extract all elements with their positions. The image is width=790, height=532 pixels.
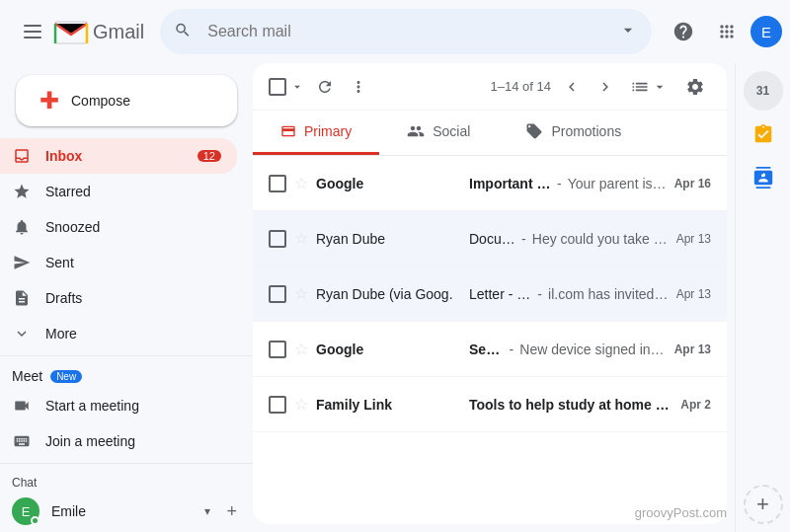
select-checkbox-wrap[interactable]: [269, 78, 306, 96]
row-checkbox[interactable]: [269, 285, 286, 303]
row-checkbox[interactable]: [269, 396, 286, 414]
row-star[interactable]: ☆: [294, 229, 308, 248]
promotions-tab-icon: [525, 122, 543, 140]
row-checkbox[interactable]: [269, 175, 286, 192]
svg-rect-2: [24, 37, 41, 38]
sidebar: ✚ Compose Inbox 12 Starred Snoozed: [0, 63, 253, 532]
more-chevron-icon: [12, 325, 32, 342]
table-row[interactable]: ☆ Ryan Dube (via Goog. Letter - Invitati…: [253, 266, 727, 322]
email-sender: Family Link: [316, 397, 469, 413]
email-subject: Important reminder about your Google Acc…: [469, 176, 551, 191]
email-list: ☆ Google Important reminder about your G…: [253, 156, 727, 524]
right-panel: 31 +: [735, 63, 790, 532]
inbox-icon: [12, 147, 32, 165]
primary-tab-icon: [280, 123, 296, 139]
join-meeting-label: Join a meeting: [45, 433, 135, 449]
compose-label: Compose: [71, 93, 130, 109]
tab-primary-label: Primary: [304, 123, 352, 139]
table-row[interactable]: ☆ Google Security alert - New device sig…: [253, 322, 727, 377]
email-content: Letter - Invitation to edit - il.com has…: [469, 286, 669, 302]
avatar[interactable]: E: [750, 16, 782, 47]
inbox-badge: 12: [198, 150, 221, 162]
sidebar-divider-2: [0, 463, 253, 464]
email-content: Tools to help study at home on Chromeboo…: [469, 397, 672, 413]
chat-user-dropdown-icon: ▾: [204, 504, 210, 518]
pager: 1–14 of 14: [491, 74, 618, 100]
meet-label: Meet: [12, 368, 42, 384]
email-date: Apr 2: [680, 398, 711, 412]
chat-user-item[interactable]: E Emile ▾ +: [0, 494, 253, 529]
table-row[interactable]: ☆ Google Important reminder about your G…: [253, 156, 727, 211]
tabs-bar: Primary Social Promotions: [253, 111, 727, 156]
chat-avatar: E: [12, 497, 40, 525]
refresh-button[interactable]: [310, 72, 340, 102]
email-date: Apr 16: [674, 177, 711, 190]
row-checkbox[interactable]: [269, 341, 286, 358]
email-subject: Letter - Invitation to edit: [469, 286, 531, 302]
sidebar-item-sent[interactable]: Sent: [0, 245, 237, 280]
watermark: groovyPost.com: [635, 505, 727, 520]
email-area: 1–14 of 14 Primary: [253, 63, 727, 524]
sidebar-item-drafts[interactable]: Drafts: [0, 280, 237, 316]
chat-add-icon[interactable]: +: [226, 501, 237, 522]
select-dropdown-button[interactable]: [288, 78, 306, 96]
sent-icon: [12, 254, 32, 271]
tab-promotions-label: Promotions: [551, 123, 621, 139]
search-dropdown-icon[interactable]: [618, 21, 638, 43]
apps-button[interactable]: [707, 12, 747, 51]
more-vert-icon: [350, 78, 367, 96]
row-star[interactable]: ☆: [294, 340, 308, 358]
sidebar-item-snoozed[interactable]: Snoozed: [0, 209, 237, 245]
row-star[interactable]: ☆: [294, 284, 308, 303]
add-panel-button[interactable]: +: [744, 485, 783, 524]
chat-user-name: Emile: [51, 503, 193, 519]
svg-rect-1: [24, 31, 41, 33]
pager-prev-button[interactable]: [559, 74, 585, 100]
view-select-button[interactable]: [622, 73, 675, 101]
pager-next-button[interactable]: [592, 74, 618, 100]
chat-section-label: Chat: [0, 468, 253, 494]
email-content: Document Comment - Hey could you take ca…: [469, 231, 669, 247]
sidebar-item-label-inbox: Inbox: [45, 148, 184, 164]
calendar-panel-button[interactable]: 31: [744, 71, 783, 111]
starred-icon: [12, 183, 32, 200]
select-all-checkbox[interactable]: [269, 78, 286, 96]
email-subject: Security alert: [469, 342, 504, 357]
tab-primary[interactable]: Primary: [253, 111, 379, 155]
row-checkbox[interactable]: [269, 230, 286, 248]
apps-icon: [717, 22, 737, 41]
meet-new-badge: New: [50, 370, 82, 383]
separator: -: [557, 176, 562, 191]
chevron-left-icon: [563, 78, 581, 96]
help-button[interactable]: [664, 12, 703, 51]
sidebar-item-inbox[interactable]: Inbox 12: [0, 138, 237, 174]
keyboard-icon: [12, 432, 32, 450]
email-content: Important reminder about your Google Acc…: [469, 176, 667, 191]
sidebar-divider: [0, 355, 253, 356]
row-star[interactable]: ☆: [294, 174, 308, 192]
sidebar-item-starred[interactable]: Starred: [0, 174, 237, 209]
online-status-dot: [31, 516, 40, 525]
row-star[interactable]: ☆: [294, 395, 308, 414]
hamburger-button[interactable]: [16, 15, 49, 48]
start-meeting-label: Start a meeting: [45, 398, 139, 414]
tasks-panel-button[interactable]: [744, 114, 783, 154]
sidebar-item-label-more: More: [45, 326, 77, 342]
gmail-logo-text: Gmail: [93, 21, 144, 43]
email-sender: Ryan Dube: [316, 231, 469, 247]
more-options-button[interactable]: [344, 72, 373, 102]
email-sender: Google: [316, 342, 469, 357]
contacts-panel-button[interactable]: [744, 158, 783, 197]
sidebar-item-join-meeting[interactable]: Join a meeting: [0, 423, 237, 459]
table-row[interactable]: ☆ Family Link Tools to help study at hom…: [253, 377, 727, 432]
tab-promotions[interactable]: Promotions: [498, 111, 649, 155]
compose-button[interactable]: ✚ Compose: [16, 75, 237, 126]
sidebar-item-start-meeting[interactable]: Start a meeting: [0, 388, 237, 423]
settings-button[interactable]: [679, 71, 711, 103]
table-row[interactable]: ☆ Ryan Dube Document Comment - Hey could…: [253, 211, 727, 266]
svg-rect-0: [24, 25, 41, 27]
sidebar-item-more[interactable]: More: [0, 316, 237, 351]
view-list-icon: [630, 77, 650, 97]
search-input[interactable]: [160, 9, 652, 54]
tab-social[interactable]: Social: [379, 111, 498, 155]
